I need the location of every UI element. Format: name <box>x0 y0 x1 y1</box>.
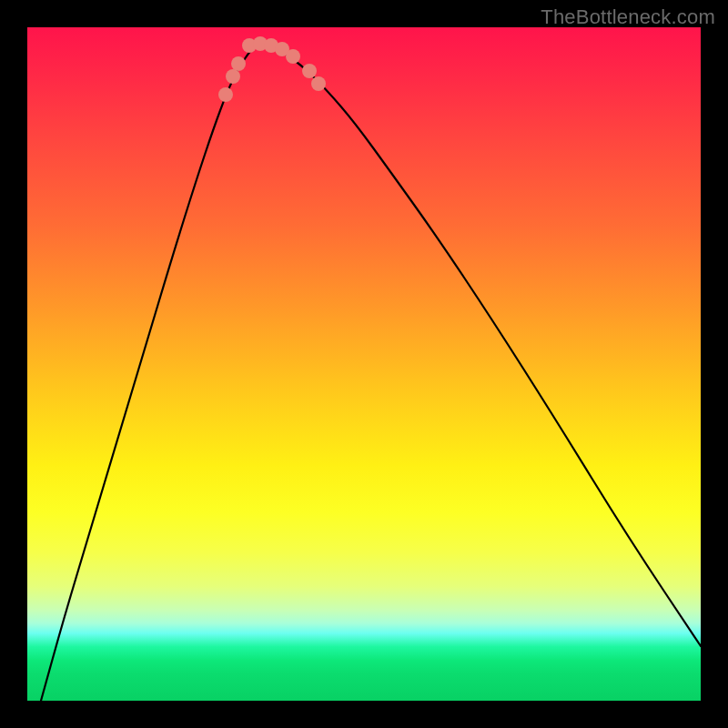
chart-frame: TheBottleneck.com <box>0 0 728 728</box>
bottleneck-curve <box>41 46 701 701</box>
data-point-right-upper <box>311 76 326 91</box>
data-point-bottom-5 <box>286 49 300 64</box>
data-point-left-upper <box>218 87 233 102</box>
data-point-left-lower <box>231 56 246 71</box>
data-points-group <box>218 36 326 102</box>
watermark-text: TheBottleneck.com <box>541 5 715 29</box>
data-point-right-lower <box>302 64 317 78</box>
curve-svg <box>27 27 701 701</box>
data-point-left-mid <box>226 69 240 84</box>
